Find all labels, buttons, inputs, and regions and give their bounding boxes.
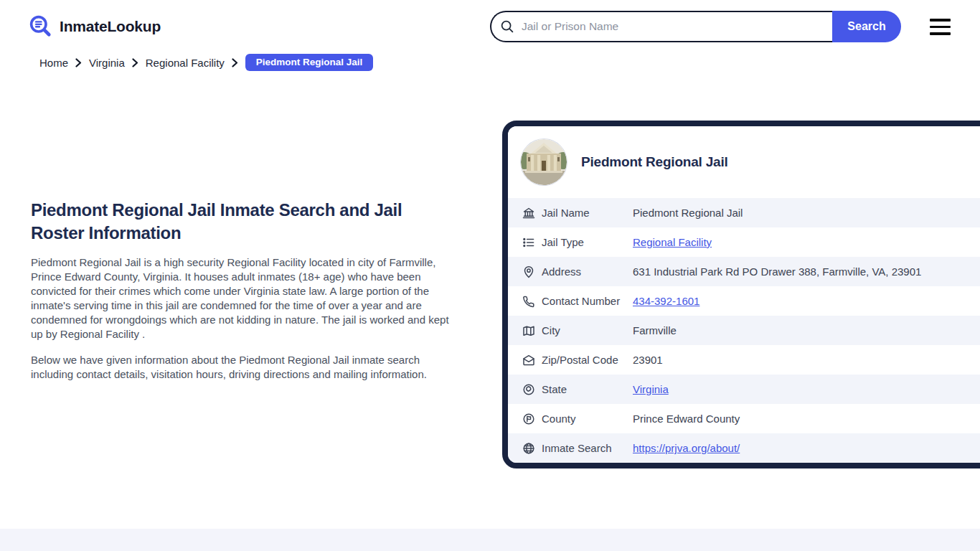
- row-value: 631 Industrial Park Rd PO Drawer 388, Fa…: [633, 265, 921, 278]
- breadcrumb-current-badge: Piedmont Regional Jail: [245, 54, 374, 71]
- table-row: City Farmville: [508, 316, 980, 345]
- table-row: Contact Number 434-392-1601: [508, 286, 980, 316]
- bank-icon: [522, 206, 536, 220]
- jail-building-photo: [521, 139, 567, 185]
- county-icon: [522, 412, 536, 426]
- table-row: Jail Name Piedmont Regional Jail: [508, 198, 980, 227]
- breadcrumb-home[interactable]: Home: [39, 57, 68, 69]
- table-row: Inmate Search https://prjva.org/about/: [508, 433, 980, 463]
- chevron-right-icon: [132, 58, 138, 67]
- page-title: Piedmont Regional Jail Inmate Search and…: [31, 199, 422, 245]
- table-row: State Virginia: [508, 375, 980, 404]
- jail-info-card-header: Piedmont Regional Jail: [508, 126, 980, 198]
- jail-info-card: Piedmont Regional Jail Jail Name Piedmon…: [502, 121, 980, 468]
- map-icon: [522, 324, 536, 338]
- logo-text: InmateLookup: [60, 18, 161, 35]
- menu-hamburger-icon[interactable]: [930, 19, 951, 35]
- chevron-right-icon: [232, 58, 238, 67]
- table-row: Zip/Postal Code 23901: [508, 345, 980, 375]
- footer-strip: [0, 529, 980, 551]
- row-label: Contact Number: [542, 295, 633, 307]
- row-value-link[interactable]: https://prjva.org/about/: [633, 442, 740, 454]
- breadcrumb-virginia[interactable]: Virginia: [89, 57, 125, 69]
- row-value-link[interactable]: Virginia: [633, 383, 669, 395]
- table-row: Jail Type Regional Facility: [508, 227, 980, 257]
- jail-info-table: Jail Name Piedmont Regional Jail Jail Ty…: [508, 198, 980, 463]
- search-button[interactable]: Search: [832, 11, 901, 42]
- row-value: Prince Edward County: [633, 413, 740, 425]
- row-value: Virginia: [633, 383, 669, 395]
- row-value: Regional Facility: [633, 236, 712, 248]
- row-label: Jail Type: [542, 236, 633, 248]
- chevron-right-icon: [75, 58, 82, 67]
- card-title: Piedmont Regional Jail: [581, 154, 728, 170]
- globe-icon: [522, 441, 536, 456]
- breadcrumb-regional-facility[interactable]: Regional Facility: [146, 57, 225, 69]
- row-value: 434-392-1601: [633, 295, 699, 307]
- state-icon: [522, 382, 536, 397]
- search-bar: Search: [490, 11, 901, 42]
- row-value-link[interactable]: 434-392-1601: [633, 295, 699, 307]
- magnifier-list-logo-icon: [29, 14, 53, 39]
- mail-open-icon: [522, 353, 536, 367]
- secondary-paragraph: Below we have given information about th…: [31, 353, 458, 382]
- row-label: Zip/Postal Code: [542, 354, 633, 366]
- row-value: 23901: [633, 354, 663, 366]
- row-value: Farmville: [633, 324, 677, 336]
- row-label: Jail Name: [542, 207, 633, 219]
- row-label: Address: [542, 265, 633, 278]
- list-icon: [522, 235, 536, 250]
- table-row: Address 631 Industrial Park Rd PO Drawer…: [508, 257, 980, 286]
- row-value: Piedmont Regional Jail: [633, 207, 743, 219]
- row-label: County: [542, 413, 633, 425]
- row-value-link[interactable]: Regional Facility: [633, 236, 712, 248]
- table-row: County Prince Edward County: [508, 404, 980, 433]
- search-input[interactable]: [490, 11, 832, 42]
- row-label: Inmate Search: [542, 442, 633, 454]
- search-icon: [500, 19, 514, 34]
- pin-icon: [522, 265, 536, 279]
- site-logo[interactable]: InmateLookup: [29, 14, 161, 39]
- breadcrumb: Home Virginia Regional Facility Piedmont…: [39, 53, 373, 72]
- row-label: City: [542, 324, 633, 336]
- row-label: State: [542, 383, 633, 395]
- row-value: https://prjva.org/about/: [633, 442, 740, 454]
- phone-icon: [522, 294, 536, 309]
- intro-paragraph: Piedmont Regional Jail is a high securit…: [31, 255, 458, 342]
